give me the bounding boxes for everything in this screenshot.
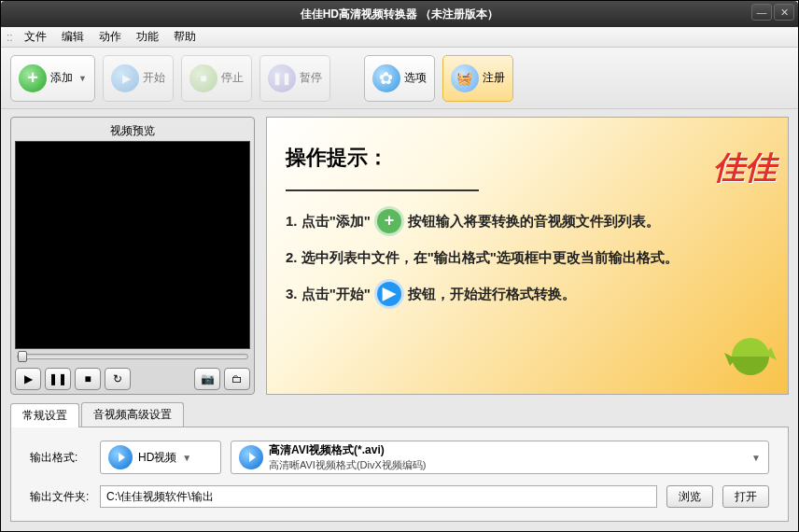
menu-file[interactable]: 文件 (17, 27, 54, 47)
window-controls: — ✕ (751, 4, 794, 21)
preview-stop-button[interactable]: ■ (75, 368, 101, 390)
content-area: 视频预览 ▶ ❚❚ ■ ↻ 📷 🗀 佳佳 操作提示： 1. 点击"添加" + 按… (1, 109, 798, 402)
gear-icon: ✿ (372, 64, 400, 92)
snapshot-button[interactable]: 📷 (194, 368, 220, 390)
stop-button[interactable]: ■ 停止 (181, 55, 252, 102)
menubar: :: 文件 编辑 动作 功能 帮助 (1, 27, 798, 48)
open-button[interactable]: 打开 (722, 485, 769, 508)
preview-play-button[interactable]: ▶ (15, 368, 41, 390)
settings-tabs: 常规设置 音视频高级设置 (10, 402, 789, 427)
close-button[interactable]: ✕ (774, 4, 794, 21)
options-button[interactable]: ✿ 选项 (364, 55, 435, 102)
format-detail-select[interactable]: 高清AVI视频格式(*.avi) 高清晰AVI视频格式(DivX视频编码) ▼ (231, 441, 769, 474)
hd-icon (108, 445, 133, 469)
format-category-select[interactable]: HD视频 ▼ (100, 441, 221, 474)
hint-title: 操作提示： (286, 131, 479, 191)
preview-controls: ▶ ❚❚ ■ ↻ 📷 🗀 (15, 364, 250, 390)
preview-title: 视频预览 (15, 121, 250, 141)
hint-line-3: 3. 点击"开始" ▶ 按钮，开始进行格式转换。 (286, 275, 769, 312)
plus-icon: + (19, 64, 47, 92)
menu-help[interactable]: 帮助 (166, 27, 203, 47)
open-folder-button[interactable]: 🗀 (224, 368, 250, 390)
minimize-button[interactable]: — (751, 4, 772, 21)
play-hint-icon: ▶ (374, 279, 404, 309)
menu-action[interactable]: 动作 (91, 27, 129, 47)
toolbar: + 添加 ▼ ▶ 开始 ■ 停止 ❚❚ 暂停 ✿ 选项 🧺 注册 (1, 48, 798, 109)
hint-line-1: 1. 点击"添加" + 按钮输入将要转换的音视频文件到列表。 (286, 203, 769, 239)
preview-screen (15, 141, 250, 349)
tab-advanced[interactable]: 音视频高级设置 (81, 402, 184, 427)
settings-box: 输出格式: HD视频 ▼ 高清AVI视频格式(*.avi) 高清晰AVI视频格式… (10, 427, 789, 522)
start-button[interactable]: ▶ 开始 (103, 55, 174, 102)
chevron-down-icon: ▼ (78, 74, 87, 83)
brand-logo: 佳佳 (713, 127, 777, 209)
chevron-down-icon: ▼ (182, 453, 191, 463)
chevron-down-icon: ▼ (751, 453, 761, 463)
output-path-input[interactable] (100, 485, 657, 508)
pause-icon: ❚❚ (268, 64, 296, 92)
play-icon: ▶ (111, 64, 139, 92)
browse-button[interactable]: 浏览 (666, 485, 713, 508)
app-window: 佳佳HD高清视频转换器 （未注册版本） — ✕ :: 文件 编辑 动作 功能 帮… (0, 0, 799, 532)
add-button[interactable]: + 添加 ▼ (10, 55, 95, 102)
basket-icon: 🧺 (451, 64, 479, 92)
menu-function[interactable]: 功能 (129, 27, 166, 47)
tab-general[interactable]: 常规设置 (10, 403, 79, 427)
format-icon (239, 445, 263, 469)
register-button[interactable]: 🧺 注册 (442, 55, 513, 102)
menu-edit[interactable]: 编辑 (54, 27, 91, 47)
window-title: 佳佳HD高清视频转换器 （未注册版本） (7, 7, 792, 22)
stop-icon: ■ (189, 64, 217, 92)
preview-loop-button[interactable]: ↻ (105, 368, 131, 390)
seek-slider[interactable] (15, 349, 250, 364)
output-folder-label: 输出文件夹: (30, 489, 91, 505)
preview-pause-button[interactable]: ❚❚ (45, 368, 71, 390)
titlebar: 佳佳HD高清视频转换器 （未注册版本） — ✕ (1, 1, 798, 27)
add-hint-icon: + (374, 206, 404, 236)
settings-area: 常规设置 音视频高级设置 输出格式: HD视频 ▼ 高清AVI视频格式(*.av… (1, 402, 798, 531)
output-folder-row: 输出文件夹: 浏览 打开 (30, 485, 769, 508)
output-format-row: 输出格式: HD视频 ▼ 高清AVI视频格式(*.avi) 高清晰AVI视频格式… (30, 441, 769, 474)
refresh-arrows-icon (722, 329, 778, 385)
hint-line-2: 2. 选中列表中文件，在"输出格式"选项框中更改当前输出格式。 (286, 239, 769, 275)
pause-button[interactable]: ❚❚ 暂停 (259, 55, 330, 102)
output-format-label: 输出格式: (30, 450, 91, 466)
hint-panel: 佳佳 操作提示： 1. 点击"添加" + 按钮输入将要转换的音视频文件到列表。 … (266, 117, 789, 395)
preview-panel: 视频预览 ▶ ❚❚ ■ ↻ 📷 🗀 (10, 117, 255, 395)
